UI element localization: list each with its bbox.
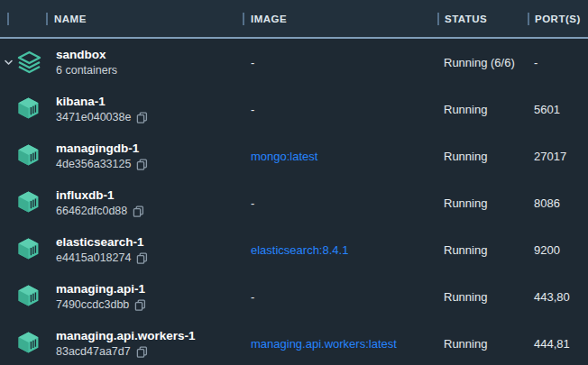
ports-text: 444,81	[534, 337, 570, 351]
status-text: Running	[444, 337, 487, 351]
container-id: 66462dfc0d88	[56, 205, 127, 217]
container-name: managing.api-1	[56, 282, 146, 296]
copy-icon[interactable]	[134, 299, 146, 311]
copy-icon[interactable]	[136, 252, 148, 264]
image-link[interactable]: mongo:latest	[251, 150, 317, 163]
image-link[interactable]: managing.api.workers:latest	[251, 337, 397, 351]
header-divider	[437, 13, 439, 25]
name-cell: managing.api-1 7490ccdc3dbb	[56, 282, 146, 311]
image-cell: -	[251, 290, 254, 304]
header-divider	[46, 13, 48, 25]
containers-table: NAME IMAGE STATUS PORT(S) sandbox 6 cont…	[0, 0, 588, 365]
name-cell: sandbox 6 containers	[56, 48, 117, 77]
stack-icon	[17, 50, 41, 75]
status-text: Running	[444, 150, 487, 163]
container-row[interactable]: kibana-1 3471e040038e - Running 5601	[0, 86, 588, 132]
container-name: kibana-1	[56, 95, 148, 108]
copy-icon[interactable]	[136, 346, 148, 358]
container-name: managing.api.workers-1	[56, 329, 196, 342]
image-cell: -	[251, 56, 254, 69]
status-text: Running (6/6)	[444, 56, 515, 69]
container-icon	[17, 191, 41, 215]
container-row[interactable]: sandbox 6 containers - Running (6/6) -	[0, 39, 588, 86]
ports-text: 8086	[534, 196, 560, 210]
container-row[interactable]: managing.api-1 7490ccdc3dbb - Running 44…	[0, 273, 588, 320]
container-id: 4de356a33125	[56, 158, 131, 170]
container-id: 6 containers	[56, 64, 117, 77]
status-text: Running	[444, 103, 487, 116]
name-cell: kibana-1 3471e040038e	[56, 95, 148, 123]
container-name: influxdb-1	[56, 188, 144, 202]
copy-icon[interactable]	[136, 159, 148, 170]
status-text: Running	[444, 243, 487, 257]
name-cell: influxdb-1 66462dfc0d88	[56, 188, 144, 217]
container-icon	[17, 144, 41, 169]
column-header-status: STATUS	[445, 14, 487, 24]
container-icon	[17, 238, 41, 262]
container-name: sandbox	[56, 48, 117, 61]
image-link[interactable]: elasticsearch:8.4.1	[251, 243, 348, 257]
ports-text: 9200	[534, 243, 560, 257]
table-body: sandbox 6 containers - Running (6/6) - k…	[0, 39, 588, 365]
container-row[interactable]: managingdb-1 4de356a33125 mongo:latest R…	[0, 132, 588, 179]
column-header-name: NAME	[54, 14, 87, 24]
chevron-down-icon[interactable]	[3, 57, 14, 68]
header-divider	[528, 13, 529, 25]
ports-text: -	[534, 56, 537, 69]
container-name: elasticsearch-1	[56, 235, 148, 249]
ports-text: 5601	[534, 103, 560, 116]
status-text: Running	[444, 290, 487, 304]
container-icon	[17, 285, 41, 309]
container-id: 3471e040038e	[56, 111, 131, 123]
ports-text: 443,80	[534, 290, 570, 304]
column-header-image: IMAGE	[251, 14, 287, 24]
container-icon	[17, 332, 41, 356]
copy-icon[interactable]	[133, 205, 144, 217]
container-id: 83acd47aa7d7	[56, 345, 131, 358]
container-row[interactable]: managing.api.workers-1 83acd47aa7d7 mana…	[0, 320, 588, 365]
container-name: managingdb-1	[56, 141, 148, 155]
image-cell: -	[251, 196, 254, 210]
status-text: Running	[444, 196, 487, 210]
name-cell: managing.api.workers-1 83acd47aa7d7	[56, 329, 196, 358]
container-id: 7490ccdc3dbb	[56, 298, 129, 311]
container-id: e4415a018274	[56, 251, 131, 264]
container-row[interactable]: influxdb-1 66462dfc0d88 - Running 8086	[0, 179, 588, 226]
container-icon	[17, 97, 41, 122]
ports-text: 27017	[534, 150, 566, 163]
image-cell: -	[251, 103, 254, 116]
copy-icon[interactable]	[136, 112, 148, 123]
column-header-ports: PORT(S)	[535, 14, 581, 24]
table-header: NAME IMAGE STATUS PORT(S)	[0, 0, 588, 39]
name-cell: elasticsearch-1 e4415a018274	[56, 235, 148, 264]
name-cell: managingdb-1 4de356a33125	[56, 141, 148, 170]
header-divider	[7, 13, 9, 25]
header-divider	[243, 13, 244, 25]
container-row[interactable]: elasticsearch-1 e4415a018274 elasticsear…	[0, 226, 588, 273]
